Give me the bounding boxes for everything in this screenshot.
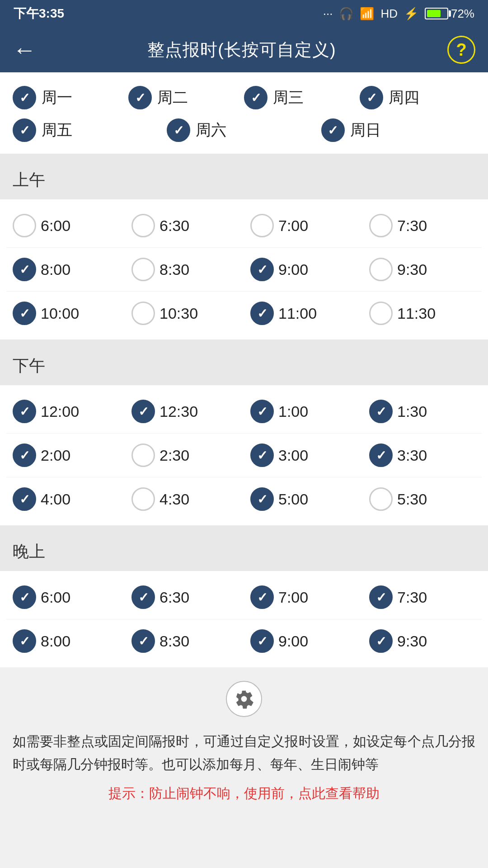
time-cell-下午-12:30[interactable]: 12:30	[125, 390, 244, 433]
time-cell-上午-11:30[interactable]: 11:30	[363, 292, 482, 335]
day-checkbox-周五	[13, 118, 36, 142]
time-cell-下午-5:30[interactable]: 5:30	[363, 477, 482, 521]
time-checkbox-晚上-9:30	[369, 629, 393, 653]
day-item-周日[interactable]: 周日	[321, 115, 475, 146]
time-cell-下午-3:30[interactable]: 3:30	[363, 434, 482, 477]
bottom-area: 如需要非整点或固定间隔报时，可通过自定义报时设置，如设定每个点几分报时或每隔几分…	[0, 667, 488, 812]
day-item-周三[interactable]: 周三	[244, 82, 360, 113]
time-checkbox-下午-12:30	[131, 400, 155, 423]
time-label-下午-2:00: 2:00	[41, 447, 70, 464]
day-item-周四[interactable]: 周四	[360, 82, 475, 113]
time-label-上午-9:30: 9:30	[397, 261, 427, 278]
time-cell-下午-1:00[interactable]: 1:00	[244, 390, 363, 433]
time-cell-下午-2:00[interactable]: 2:00	[6, 434, 125, 477]
day-label-周六: 周六	[196, 120, 226, 141]
time-cell-上午-9:00[interactable]: 9:00	[244, 248, 363, 291]
day-item-周二[interactable]: 周二	[128, 82, 244, 113]
time-row-2-1: 8:00 8:30 9:00 9:30	[6, 619, 482, 663]
time-cell-上午-9:30[interactable]: 9:30	[363, 248, 482, 291]
time-cell-上午-8:30[interactable]: 8:30	[125, 248, 244, 291]
time-cell-上午-7:00[interactable]: 7:00	[244, 204, 363, 247]
time-label-下午-4:30: 4:30	[160, 491, 189, 508]
time-label-上午-11:30: 11:30	[397, 305, 436, 322]
time-checkbox-晚上-7:00	[250, 585, 274, 609]
time-checkbox-下午-2:30	[131, 443, 155, 467]
time-label-晚上-6:00: 6:00	[41, 589, 70, 606]
time-cell-下午-5:00[interactable]: 5:00	[244, 477, 363, 521]
time-label-下午-1:00: 1:00	[278, 403, 308, 420]
time-cell-晚上-7:00[interactable]: 7:00	[244, 576, 363, 619]
time-label-上午-6:30: 6:30	[160, 217, 189, 235]
time-label-下午-1:30: 1:30	[397, 403, 427, 420]
day-row-2: 周五 周六 周日	[13, 115, 475, 146]
time-cell-上午-10:30[interactable]: 10:30	[125, 292, 244, 335]
time-checkbox-下午-5:00	[250, 487, 274, 511]
time-label-晚上-9:00: 9:00	[278, 632, 308, 650]
time-label-下午-5:30: 5:30	[397, 491, 427, 508]
time-label-上午-6:00: 6:00	[41, 217, 70, 235]
time-label-晚上-6:30: 6:30	[160, 589, 189, 606]
bottom-hint[interactable]: 提示：防止闹钟不响，使用前，点此查看帮助	[108, 783, 380, 803]
time-cell-上午-8:00[interactable]: 8:00	[6, 248, 125, 291]
time-cell-晚上-6:00[interactable]: 6:00	[6, 576, 125, 619]
back-button[interactable]: ←	[13, 38, 36, 61]
time-cell-下午-4:00[interactable]: 4:00	[6, 477, 125, 521]
day-selector: 周一 周二 周三 周四 周五 周六 周日	[0, 72, 488, 154]
day-checkbox-周四	[360, 86, 383, 109]
day-checkbox-周六	[167, 118, 190, 142]
time-cell-上午-6:00[interactable]: 6:00	[6, 204, 125, 247]
day-item-周六[interactable]: 周六	[167, 115, 321, 146]
time-label-上午-7:30: 7:30	[397, 217, 427, 235]
time-checkbox-上午-9:30	[369, 258, 393, 281]
time-cell-下午-1:30[interactable]: 1:30	[363, 390, 482, 433]
day-row-1: 周一 周二 周三 周四	[13, 82, 475, 113]
day-item-周一[interactable]: 周一	[13, 82, 128, 113]
time-cell-晚上-9:30[interactable]: 9:30	[363, 619, 482, 663]
time-cell-下午-3:00[interactable]: 3:00	[244, 434, 363, 477]
battery-bar	[425, 8, 448, 19]
time-checkbox-下午-3:30	[369, 443, 393, 467]
time-cell-晚上-9:00[interactable]: 9:00	[244, 619, 363, 663]
time-cell-下午-4:30[interactable]: 4:30	[125, 477, 244, 521]
time-row-1-0: 12:00 12:30 1:00 1:30	[6, 390, 482, 434]
time-cell-下午-12:00[interactable]: 12:00	[6, 390, 125, 433]
time-cell-上午-7:30[interactable]: 7:30	[363, 204, 482, 247]
day-label-周日: 周日	[350, 120, 381, 141]
section-header-1: 下午	[0, 347, 488, 385]
time-label-晚上-7:00: 7:00	[278, 589, 308, 606]
time-checkbox-上午-10:00	[13, 302, 36, 325]
time-cell-下午-2:30[interactable]: 2:30	[125, 434, 244, 477]
time-cell-晚上-6:30[interactable]: 6:30	[125, 576, 244, 619]
time-label-上午-9:00: 9:00	[278, 261, 308, 278]
day-label-周三: 周三	[273, 87, 304, 108]
time-checkbox-下午-1:00	[250, 400, 274, 423]
status-time: 下午3:35	[14, 5, 64, 22]
time-label-上午-8:00: 8:00	[41, 261, 70, 278]
time-checkbox-下午-12:00	[13, 400, 36, 423]
time-checkbox-上午-11:00	[250, 302, 274, 325]
network-icon: HD	[380, 7, 398, 21]
time-label-下午-5:00: 5:00	[278, 491, 308, 508]
time-row-1-1: 2:00 2:30 3:00 3:30	[6, 434, 482, 477]
time-checkbox-上午-8:00	[13, 258, 36, 281]
toolbar: ← 整点报时(长按可自定义) ?	[0, 27, 488, 72]
time-cell-上午-11:00[interactable]: 11:00	[244, 292, 363, 335]
time-label-晚上-8:00: 8:00	[41, 632, 70, 650]
time-checkbox-晚上-7:30	[369, 585, 393, 609]
time-cell-上午-10:00[interactable]: 10:00	[6, 292, 125, 335]
time-cell-晚上-8:30[interactable]: 8:30	[125, 619, 244, 663]
time-checkbox-上午-6:30	[131, 214, 155, 237]
status-icons: ··· 🎧 📶 HD ⚡ 72%	[323, 7, 474, 21]
battery-container: 72%	[425, 7, 474, 21]
day-item-周五[interactable]: 周五	[13, 115, 167, 146]
time-checkbox-晚上-9:00	[250, 629, 274, 653]
page-title: 整点报时(长按可自定义)	[147, 38, 336, 61]
time-checkbox-上午-7:00	[250, 214, 274, 237]
day-label-周一: 周一	[42, 87, 72, 108]
headphone-icon: 🎧	[339, 7, 353, 21]
time-cell-晚上-8:00[interactable]: 8:00	[6, 619, 125, 663]
time-cell-晚上-7:30[interactable]: 7:30	[363, 576, 482, 619]
settings-button[interactable]	[226, 681, 262, 717]
time-cell-上午-6:30[interactable]: 6:30	[125, 204, 244, 247]
help-button[interactable]: ?	[447, 36, 475, 64]
